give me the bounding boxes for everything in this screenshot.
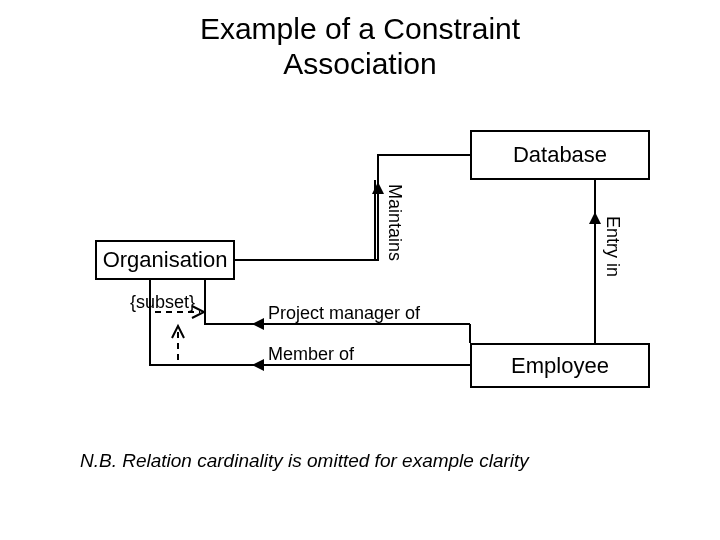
title-line-1: Example of a Constraint <box>200 12 520 45</box>
footnote: N.B. Relation cardinality is omitted for… <box>80 450 529 472</box>
class-employee: Employee <box>470 343 650 388</box>
assoc-member-of-label: Member of <box>268 344 354 365</box>
title-line-2: Association <box>283 47 436 80</box>
svg-marker-11 <box>252 318 264 330</box>
svg-marker-9 <box>589 212 601 224</box>
class-organisation-label: Organisation <box>103 247 228 273</box>
assoc-maintains-label: Maintains <box>384 184 405 261</box>
slide-title: Example of a Constraint Association <box>0 12 720 81</box>
class-organisation: Organisation <box>95 240 235 280</box>
class-database-label: Database <box>513 142 607 168</box>
svg-marker-13 <box>252 359 264 371</box>
assoc-entry-in-label: Entry in <box>602 216 623 277</box>
constraint-subset: {subset} <box>130 292 195 313</box>
assoc-project-manager-of-label: Project manager of <box>268 303 420 324</box>
svg-marker-7 <box>372 182 384 194</box>
class-employee-label: Employee <box>511 353 609 379</box>
class-database: Database <box>470 130 650 180</box>
